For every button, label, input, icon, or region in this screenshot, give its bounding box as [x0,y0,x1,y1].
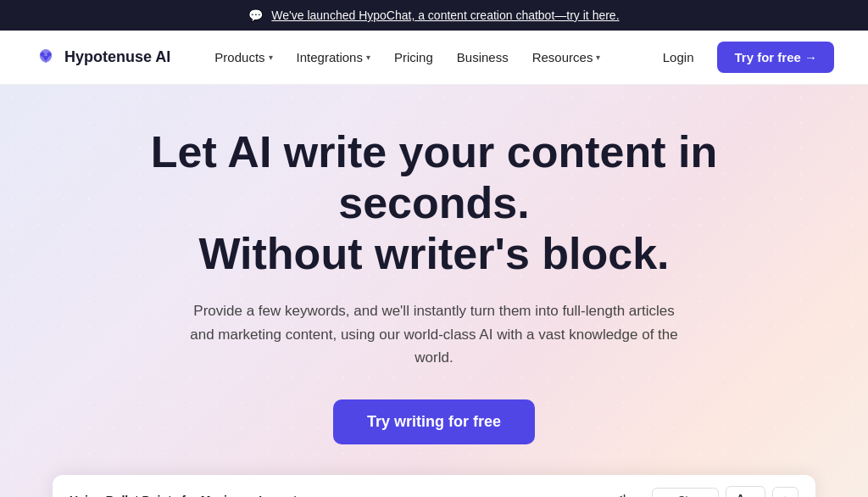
try-for-free-button[interactable]: Try for free → [717,42,834,73]
svg-point-0 [41,52,45,56]
plus-icon: + [782,493,789,497]
navbar: Hypotenuse AI Products ▾ Integrations ▾ … [0,31,868,85]
preview-document-title: Using Bullet Points for Maximum Impact [70,494,585,497]
logo[interactable]: Hypotenuse AI [34,46,170,70]
nav-right: Login Try for free → [653,42,834,73]
preview-actions: ↗ Share A文 + [652,486,798,497]
chevron-down-icon: ▾ [269,53,273,62]
share-icon: ↗ [663,494,673,497]
hero-subtitle: Provide a few keywords, and we'll instan… [180,299,688,369]
logo-icon [34,46,58,70]
logo-text: Hypotenuse AI [64,48,170,66]
hero-section: Let AI write your content in seconds. Wi… [0,85,868,497]
share-button[interactable]: ↗ Share [652,488,719,497]
login-button[interactable]: Login [653,43,704,71]
bottom-preview-card: Using Bullet Points for Maximum Impact ◀… [53,475,815,497]
nav-item-pricing[interactable]: Pricing [384,43,443,71]
add-button[interactable]: + [772,487,798,497]
announcement-link[interactable]: We've launched HypoChat, a content creat… [271,8,619,22]
translate-icon: A文 [737,492,754,497]
nav-item-resources[interactable]: Resources ▾ [522,43,611,71]
nav-item-products[interactable]: Products ▾ [204,43,282,71]
cta-button[interactable]: Try writing for free [333,399,535,444]
translate-button[interactable]: A文 [726,486,765,497]
chevron-down-icon: ▾ [366,53,370,62]
preview-cursor: ◀| [602,491,635,497]
nav-item-integrations[interactable]: Integrations ▾ [287,43,381,71]
chat-icon: 💬 [248,8,263,22]
nav-links: Products ▾ Integrations ▾ Pricing Busine… [204,43,652,71]
nav-item-business[interactable]: Business [447,43,519,71]
svg-point-1 [47,52,52,56]
announcement-bar: 💬 We've launched HypoChat, a content cre… [0,0,868,31]
chevron-down-icon: ▾ [596,53,600,62]
hero-title: Let AI write your content in seconds. Wi… [95,127,773,279]
